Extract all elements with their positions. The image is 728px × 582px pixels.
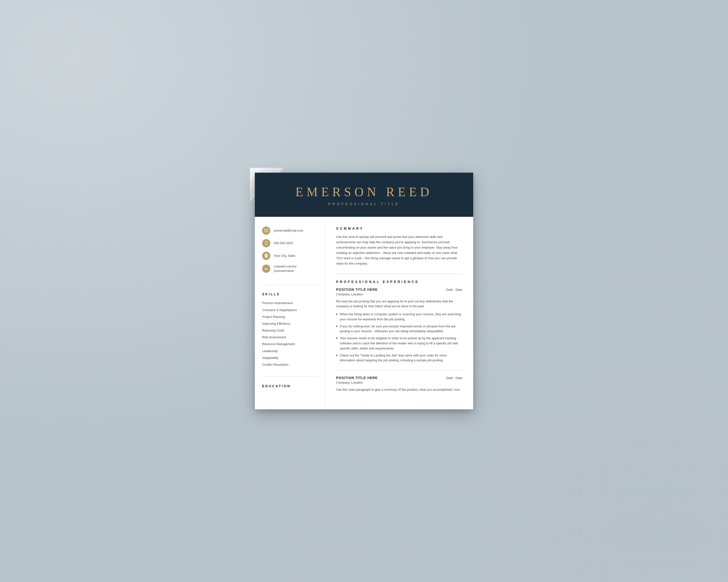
summary-text: Use this area to quickly sell yourself a… xyxy=(336,234,462,267)
email-text: youremail@mail.com xyxy=(274,228,303,233)
linkedin-icon: in xyxy=(262,265,270,273)
experience-heading: PROFESSIONAL EXPERIENCE xyxy=(336,280,462,284)
job-divider xyxy=(336,370,462,370)
skill-item: Adaptability xyxy=(262,356,318,360)
skills-list: Process ImprovementContracts & Negotiati… xyxy=(262,301,318,367)
resume-card: EMERSON REED PROFESSIONAL TITLE xyxy=(255,173,473,409)
job-company: Company, Location xyxy=(336,293,462,296)
job-company: Company, Location xyxy=(336,381,462,384)
main-content: SUMMARY Use this area to quickly sell yo… xyxy=(325,217,473,409)
phone-text: 555.555.5555 xyxy=(274,241,293,245)
job-title: POSITION TITLE HERE xyxy=(336,287,378,292)
bullet-dot xyxy=(336,355,337,356)
bullet-item: Check out the "Guide to Landing the Job"… xyxy=(336,353,462,363)
bullet-dot xyxy=(336,337,337,339)
education-heading: EDUCATION xyxy=(262,384,318,388)
svg-point-7 xyxy=(266,255,267,256)
skill-item: Conflict Resolution xyxy=(262,363,318,367)
job-date: Date - Date xyxy=(446,376,462,380)
summary-section: SUMMARY Use this area to quickly sell yo… xyxy=(336,226,462,267)
skill-item: Reducing Costs xyxy=(262,328,318,333)
skill-item: Risk Assessment xyxy=(262,335,318,339)
job-title: POSITION TITLE HERE xyxy=(336,376,378,380)
experience-section: PROFESSIONAL EXPERIENCE POSITION TITLE H… xyxy=(336,280,462,393)
bullets-list: When the hiring team or computer system … xyxy=(336,312,462,363)
skill-item: Project Planning xyxy=(262,315,318,319)
skill-item: Contracts & Negotiations xyxy=(262,308,318,312)
bullet-text: When the hiring team or computer system … xyxy=(340,312,462,322)
skill-item: Resource Management xyxy=(262,342,318,346)
linkedin-text: Linkedin.com/in/ yourusername xyxy=(274,264,296,273)
svg-point-5 xyxy=(266,244,266,245)
skills-heading: SKILLS xyxy=(262,292,318,296)
bullet-text: Your resume needs to be targeted in orde… xyxy=(340,336,462,351)
job-date: Date - Date xyxy=(446,288,462,292)
bullet-text: If you do nothing else, be sure you incl… xyxy=(340,324,462,334)
location-text: Your City, State xyxy=(274,254,295,258)
skill-item: Process Improvement xyxy=(262,301,318,305)
skills-section: SKILLS Process ImprovementContracts & Ne… xyxy=(262,292,318,377)
bullet-item: If you do nothing else, be sure you incl… xyxy=(336,324,462,334)
job-description: Re-read the job posting that you are app… xyxy=(336,299,462,309)
bullet-dot xyxy=(336,313,337,315)
bullet-text: Check out the "Guide to Landing the Job"… xyxy=(340,353,462,363)
job-item: POSITION TITLE HERE Date - Date Company,… xyxy=(336,376,462,392)
resume-body: youremail@mail.com 555.555.5555 xyxy=(255,217,473,409)
contact-email-item: youremail@mail.com xyxy=(262,226,318,235)
divider-1 xyxy=(336,274,462,274)
page-wrapper: EMERSON REED PROFESSIONAL TITLE xyxy=(255,173,473,409)
skill-item: Leadership xyxy=(262,349,318,353)
jobs-list: POSITION TITLE HERE Date - Date Company,… xyxy=(336,287,462,393)
job-description: Use this main paragraph to give a summar… xyxy=(336,387,462,392)
resume-header: EMERSON REED PROFESSIONAL TITLE xyxy=(255,173,473,217)
job-header: POSITION TITLE HERE Date - Date xyxy=(336,287,462,292)
bullet-dot xyxy=(336,326,337,327)
email-icon xyxy=(262,226,270,235)
resume-title: PROFESSIONAL TITLE xyxy=(269,202,459,206)
contact-linkedin-item: in Linkedin.com/in/ yourusername xyxy=(262,264,318,273)
skill-item: Improving Efficiency xyxy=(262,322,318,326)
resume-name: EMERSON REED xyxy=(269,185,459,199)
bullet-item: When the hiring team or computer system … xyxy=(336,312,462,322)
phone-icon xyxy=(262,239,270,247)
summary-heading: SUMMARY xyxy=(336,226,462,230)
education-section: EDUCATION xyxy=(262,384,318,388)
sidebar: youremail@mail.com 555.555.5555 xyxy=(255,217,325,409)
bullet-item: Your resume needs to be targeted in orde… xyxy=(336,336,462,351)
location-icon xyxy=(262,252,270,260)
job-header: POSITION TITLE HERE Date - Date xyxy=(336,376,462,380)
contact-section: youremail@mail.com 555.555.5555 xyxy=(262,226,318,285)
contact-location-item: Your City, State xyxy=(262,252,318,260)
contact-phone-item: 555.555.5555 xyxy=(262,239,318,247)
job-item: POSITION TITLE HERE Date - Date Company,… xyxy=(336,287,462,363)
